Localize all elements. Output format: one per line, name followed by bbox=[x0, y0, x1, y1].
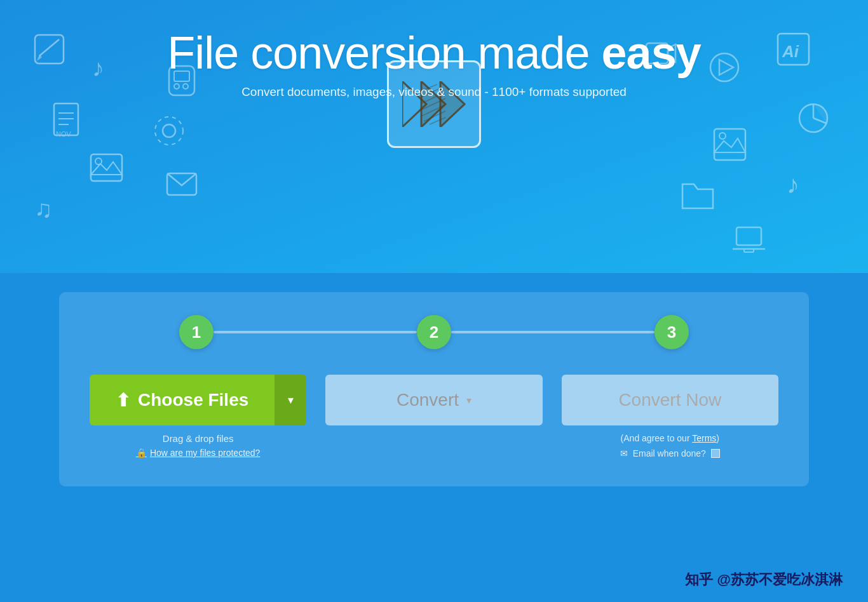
svg-text:NOV: NOV bbox=[56, 130, 72, 138]
email-icon: ✉ bbox=[620, 448, 628, 458]
drag-drop-label: Drag & drop files bbox=[163, 433, 234, 444]
svg-point-15 bbox=[174, 84, 179, 89]
action-buttons-row: ⬆ Choose Files ▾ Drag & drop files 🔒 How… bbox=[90, 375, 778, 458]
svg-text:♪: ♪ bbox=[92, 55, 104, 81]
terms-prefix: (And agree to our bbox=[621, 433, 693, 443]
step-3: 3 bbox=[654, 315, 689, 349]
main-card: 1 2 3 ⬆ Choose Files ▾ Drag & drop fi bbox=[59, 292, 809, 486]
choose-files-main-button[interactable]: ⬆ Choose Files bbox=[90, 375, 275, 425]
email-checkbox[interactable] bbox=[711, 449, 720, 458]
deco-icon-music2: ♫ bbox=[32, 191, 65, 224]
svg-line-1 bbox=[39, 39, 59, 56]
terms-text: (And agree to our Terms) bbox=[621, 433, 719, 443]
deco-icon-image bbox=[89, 152, 124, 183]
chevron-down-icon: ▾ bbox=[288, 393, 294, 407]
choose-files-button[interactable]: ⬆ Choose Files ▾ bbox=[90, 375, 306, 425]
hero-title-normal: File conversion made bbox=[167, 27, 601, 78]
step-2: 2 bbox=[417, 315, 451, 349]
convert-now-label: Convert Now bbox=[618, 390, 721, 410]
terms-link[interactable]: Terms bbox=[692, 433, 716, 443]
svg-rect-0 bbox=[35, 35, 64, 64]
convert-label: Convert bbox=[397, 390, 459, 410]
svg-point-17 bbox=[163, 124, 175, 137]
deco-icon-pencil bbox=[32, 32, 67, 67]
convert-button[interactable]: Convert ▾ bbox=[325, 375, 542, 425]
lock-icon: 🔒 bbox=[136, 448, 147, 458]
deco-icon-image2 bbox=[712, 127, 747, 162]
choose-files-section: ⬆ Choose Files ▾ Drag & drop files 🔒 How… bbox=[90, 375, 306, 458]
upload-icon: ⬆ bbox=[116, 390, 130, 411]
deco-icon-pie bbox=[797, 102, 830, 135]
email-notification-row: ✉ Email when done? bbox=[620, 448, 720, 458]
protection-link-text: How are my files protected? bbox=[150, 448, 261, 458]
deco-icon-ai: Ai bbox=[776, 32, 811, 67]
svg-marker-2 bbox=[37, 55, 42, 61]
page: ♪ NOV ♫ bbox=[0, 0, 868, 602]
svg-text:♫: ♫ bbox=[34, 196, 53, 222]
hero-title-bold: easy bbox=[602, 27, 701, 78]
deco-icon-music: ♪ bbox=[89, 51, 119, 81]
deco-icon-folder bbox=[680, 178, 715, 211]
deco-icon-play-circle bbox=[708, 51, 741, 84]
convert-now-section: Convert Now (And agree to our Terms) ✉ E… bbox=[562, 375, 778, 458]
svg-marker-23 bbox=[719, 60, 733, 75]
choose-files-label: Choose Files bbox=[138, 390, 248, 410]
deco-icon-laptop bbox=[731, 222, 766, 257]
svg-text:Ai: Ai bbox=[782, 42, 799, 61]
svg-marker-30 bbox=[714, 138, 745, 152]
svg-point-18 bbox=[155, 117, 183, 145]
step-line-1 bbox=[214, 331, 417, 333]
watermark: 知乎 @苏苏不爱吃冰淇淋 bbox=[685, 570, 843, 589]
convert-dropdown-icon: ▾ bbox=[466, 394, 471, 406]
email-when-done-label: Email when done? bbox=[633, 448, 706, 458]
step-line-2 bbox=[451, 331, 654, 333]
svg-marker-10 bbox=[91, 162, 122, 175]
svg-text:♪: ♪ bbox=[787, 170, 799, 198]
deco-icon-email bbox=[165, 171, 198, 197]
deco-icon-music3: ♪ bbox=[784, 165, 817, 198]
convert-section: Convert ▾ bbox=[325, 375, 542, 425]
steps-indicator: 1 2 3 bbox=[90, 315, 778, 349]
hero-subtitle: Convert documents, images, videos & soun… bbox=[241, 85, 627, 99]
deco-icon-settings bbox=[153, 114, 186, 147]
svg-point-11 bbox=[95, 158, 102, 164]
hero-section: ♪ NOV ♫ bbox=[0, 0, 868, 273]
hero-title: File conversion made easy bbox=[167, 27, 701, 79]
terms-close: ) bbox=[716, 433, 719, 443]
choose-files-dropdown-button[interactable]: ▾ bbox=[275, 375, 306, 425]
file-protection-link[interactable]: 🔒 How are my files protected? bbox=[136, 448, 261, 458]
svg-rect-35 bbox=[744, 249, 754, 252]
convert-now-button[interactable]: Convert Now bbox=[562, 375, 778, 425]
svg-rect-33 bbox=[736, 227, 761, 245]
svg-point-31 bbox=[719, 133, 726, 139]
svg-point-16 bbox=[183, 84, 188, 89]
deco-icon-doc1: NOV bbox=[51, 102, 86, 140]
step-1: 1 bbox=[179, 315, 214, 349]
